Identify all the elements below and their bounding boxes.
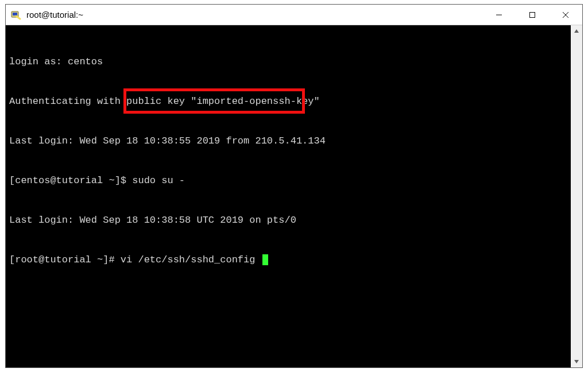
terminal-line: login as: centos xyxy=(9,55,567,68)
terminal-line: Last login: Wed Sep 18 10:38:55 2019 fro… xyxy=(9,134,567,148)
svg-rect-1 xyxy=(13,13,17,16)
window-title: root@tutorial:~ xyxy=(26,10,482,20)
putty-window: root@tutorial:~ login as: centos Authent… xyxy=(5,4,583,368)
terminal-line: [root@tutorial ~]# vi /etc/ssh/sshd_conf… xyxy=(9,253,567,266)
terminal-line: Authenticating with public key "imported… xyxy=(9,95,567,108)
terminal-line: [centos@tutorial ~]$ sudo su - xyxy=(9,174,567,187)
client-area: login as: centos Authenticating with pub… xyxy=(6,25,582,367)
putty-icon xyxy=(10,9,22,21)
scroll-up-icon[interactable] xyxy=(571,25,582,37)
minimize-button[interactable] xyxy=(482,5,516,25)
terminal-cursor xyxy=(262,254,268,265)
titlebar[interactable]: root@tutorial:~ xyxy=(6,5,582,25)
scroll-down-icon[interactable] xyxy=(571,356,582,367)
maximize-button[interactable] xyxy=(516,5,549,25)
terminal[interactable]: login as: centos Authenticating with pub… xyxy=(6,25,571,367)
svg-rect-3 xyxy=(530,12,535,17)
close-button[interactable] xyxy=(549,5,582,25)
window-controls xyxy=(482,5,582,25)
terminal-line: Last login: Wed Sep 18 10:38:58 UTC 2019… xyxy=(9,214,567,227)
scrollbar[interactable] xyxy=(571,25,582,367)
